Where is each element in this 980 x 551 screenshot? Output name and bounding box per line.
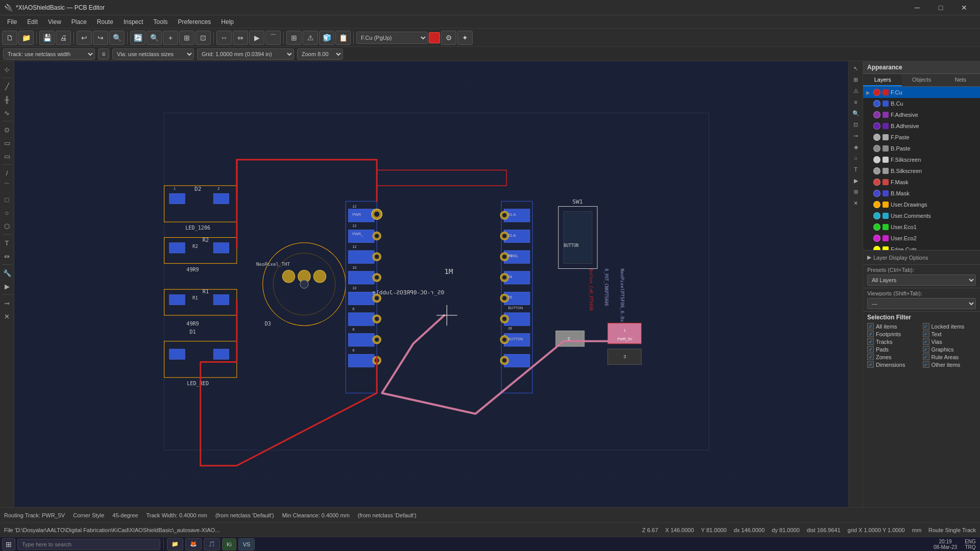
rs-measure[interactable]: ⊸ [851,131,861,141]
sf-checkbox-graphics[interactable] [923,346,929,353]
sf-vias[interactable]: Vias [923,338,976,345]
draw-rect[interactable]: □ [1,193,13,206]
draw-arc[interactable]: ⌒ [1,180,13,192]
gerber-button[interactable]: 📋 [335,31,351,45]
layer-vis-fsilk[interactable] [873,156,880,163]
rs-pad[interactable]: ○ [851,153,861,163]
sf-other-items[interactable]: Other items [923,361,976,368]
layer-vis-eco1[interactable] [873,223,880,231]
rs-layers[interactable]: ≡ [851,97,861,107]
sf-zones[interactable]: Zones [867,354,921,360]
sf-footprints[interactable]: Footprints [867,331,921,337]
taskbar-kicad[interactable]: Ki [222,538,236,550]
rs-scripting[interactable]: ▶ [851,176,861,186]
sf-rule-areas[interactable]: Rule Areas [923,354,976,360]
refresh-button[interactable]: 🔄 [130,31,145,45]
layer-color-button[interactable] [429,32,440,43]
open-button[interactable]: 📁 [18,31,34,45]
rs-settings[interactable]: ⚙ [851,187,861,197]
layer-fcu[interactable]: ▶ F.Cu [863,87,980,98]
menu-inspect[interactable]: Inspect [118,17,149,27]
sf-pads[interactable]: Pads [867,346,921,353]
presets-select[interactable]: All Layers [867,274,976,286]
draw-circle[interactable]: ○ [1,207,13,219]
sf-checkbox-pads[interactable] [867,346,874,353]
layer-vis-fadh[interactable] [873,111,880,118]
route-diff-pair[interactable]: ╫ [1,93,13,106]
rs-zoom[interactable]: 🔍 [851,108,861,118]
rs-text[interactable]: T [851,164,861,174]
redo-button[interactable]: ↪ [93,31,108,45]
layer-user-eco2[interactable]: User.Eco2 [863,233,980,244]
minimize-button[interactable]: ─ [905,0,929,15]
sf-checkbox-other-items[interactable] [923,361,929,368]
maximize-button[interactable]: □ [929,0,952,15]
sf-checkbox-zones[interactable] [867,354,874,360]
taskbar-vscode[interactable]: VS [238,538,255,550]
sf-checkbox-vias[interactable] [923,338,929,345]
sf-checkbox-rule-areas[interactable] [923,354,929,360]
rs-3d[interactable]: ◈ [851,142,861,152]
draw-poly[interactable]: ⬡ [1,220,13,232]
track-width-button[interactable]: ≡ [98,48,109,60]
rs-cursor[interactable]: ↖ [851,63,861,73]
scripting-console[interactable]: ▶ [1,280,13,292]
menu-help[interactable]: Help [216,17,239,27]
layer-vis-bsilk[interactable] [873,167,880,174]
layer-edgecuts[interactable]: Edge.Cuts [863,244,980,250]
layer-fpaste[interactable]: F.Paste [863,132,980,143]
grid-select[interactable]: Grid: 1.0000 mm (0.0394 in) [197,48,294,60]
rs-select[interactable]: ⊡ [851,119,861,130]
track-width-select[interactable]: Track: use netclass width [3,48,95,60]
layer-user-comments[interactable]: User.Comments [863,210,980,221]
taskbar-explorer[interactable]: 📁 [167,538,183,550]
menu-preferences[interactable]: Preferences [173,17,216,27]
sf-checkbox-text[interactable] [923,331,929,337]
rs-netinspect[interactable]: ⊞ [851,74,861,85]
menu-edit[interactable]: Edit [22,17,43,27]
menu-route[interactable]: Route [92,17,118,27]
layer-vis-eco2[interactable] [873,235,880,242]
layer-badhesive[interactable]: B.Adhesive [863,120,980,132]
layer-fmask[interactable]: F.Mask [863,177,980,188]
add-rule-area[interactable]: ▭ [1,150,13,162]
search-bar[interactable]: Type here to search [17,539,160,550]
route-button[interactable]: ▶ [249,31,264,45]
sf-locked-items[interactable]: Locked items [923,323,976,330]
rs-delete[interactable]: ✕ [851,198,861,208]
layer-vis-fpaste[interactable] [873,134,880,141]
layer-vis-fmask[interactable] [873,179,880,186]
start-button[interactable]: ⊞ [2,538,15,550]
find-button[interactable]: 🔍 [109,31,125,45]
highlight-button[interactable]: ✦ [457,31,473,45]
zoom-select[interactable]: Zoom 8.00 [297,48,343,60]
layer-vis-udraw[interactable] [873,201,880,208]
arc-button[interactable]: ⌒ [265,31,281,45]
layer-bcu[interactable]: B.Cu [863,98,980,109]
tab-layers[interactable]: Layers [863,74,902,86]
layer-vis-bmask[interactable] [873,190,880,197]
layer-bmask[interactable]: B.Mask [863,188,980,199]
measure-tool[interactable]: ⊸ [1,297,13,309]
close-button[interactable]: ✕ [952,0,976,15]
print-button[interactable]: 🖨 [56,31,71,45]
layer-bsilk[interactable]: B.Silkscreen [863,165,980,177]
sf-all-items[interactable]: All items [867,323,921,330]
select-tool[interactable]: ⊹ [1,63,13,76]
rs-drc[interactable]: ⚠ [851,86,861,96]
layer-fsilk[interactable]: F.Silkscreen [863,154,980,165]
sf-graphics[interactable]: Graphics [923,346,976,353]
layer-vis-badh[interactable] [873,122,880,130]
add-text[interactable]: T [1,237,13,249]
route-single-track[interactable]: ╱ [1,80,13,92]
route-tune[interactable]: ∿ [1,107,13,119]
sf-dimensions[interactable]: Dimensions [867,361,921,368]
layer-display-options-toggle[interactable]: ▶ Layer Display Options [867,253,976,262]
add-via[interactable]: ⊙ [1,123,13,136]
footprint-wizard[interactable]: 🔧 [1,267,13,279]
undo-button[interactable]: ↩ [77,31,92,45]
sf-text[interactable]: Text [923,331,976,337]
sf-checkbox-dimensions[interactable] [867,361,874,368]
tab-objects[interactable]: Objects [902,74,941,86]
menu-place[interactable]: Place [66,17,92,27]
